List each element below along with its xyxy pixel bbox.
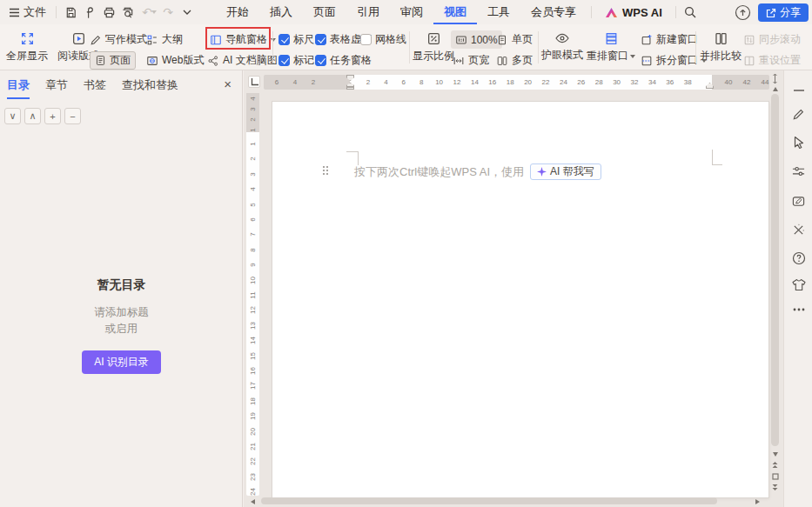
skin-theme-icon[interactable] [791,277,806,292]
properties-sliders-icon[interactable] [791,163,806,178]
checkbox-marks[interactable]: 标记 [278,51,314,70]
collapse-up-button[interactable]: ∧ [24,108,41,124]
titlebar-right: 分享 [735,3,809,22]
single-page-button[interactable]: 单页 [496,30,533,49]
next-page-icon[interactable] [769,481,781,490]
upload-cloud-button[interactable] [735,4,751,21]
undo-caret-icon[interactable] [151,10,157,14]
previous-page-icon[interactable] [769,461,781,470]
redo-button[interactable]: ↷ [158,3,178,22]
share-icon [766,8,776,18]
zoom-value: 100% [471,34,498,46]
split-window-button[interactable]: 拆分窗口 [641,51,707,70]
checkbox-icon [315,55,326,66]
share-button[interactable]: 分享 [758,3,809,22]
print-button[interactable] [99,3,118,22]
search-button[interactable] [681,3,700,22]
print-preview-button[interactable] [118,3,138,22]
multi-page-button[interactable]: 多页 [496,51,533,70]
collapse-handle-icon[interactable] [791,83,806,97]
single-page-label: 单页 [512,32,533,47]
page-mode-button[interactable]: 页面 [90,51,136,70]
tab-home[interactable]: 开始 [216,0,259,24]
h-ruler[interactable]: 6422468101214161820222426283032343638404… [264,75,769,90]
help-icon[interactable] [791,250,806,265]
zoom-ratio-button[interactable]: 显示比例 [411,26,456,69]
scroll-right-icon[interactable] [755,499,760,504]
tab-review[interactable]: 审阅 [390,0,433,24]
tab-view[interactable]: 视图 [433,0,477,24]
sidebar-tab-contents[interactable]: 目录 [7,77,30,99]
rearrange-window-icon [586,31,636,46]
more-options-icon[interactable] [791,302,806,317]
document-page[interactable]: 按下两次Ctrl键唤起WPS AI，使用 AI 帮我写 [272,102,768,497]
side-by-side-button[interactable]: 并排比较 [700,26,742,69]
new-window-button[interactable]: 新建窗口 [641,30,698,49]
checkbox-ruler[interactable]: 标尺 [278,30,314,49]
tab-reference[interactable]: 引用 [346,0,390,24]
writing-mode-button[interactable]: 写作模式 [90,30,147,49]
page-width-button[interactable]: 页宽 [453,51,489,70]
margin-corner-mark-right [712,150,722,165]
web-layout-button[interactable]: Web版式 [146,51,204,70]
empty-hint-line2: 或启用 [0,321,243,337]
tools-wands-icon[interactable] [791,223,806,237]
rearrange-window-button[interactable]: 重排窗口 [586,26,636,69]
export-pdf-button[interactable] [80,3,99,22]
fullscreen-button[interactable]: 全屏显示 [2,26,52,69]
expand-down-button[interactable]: ∨ [4,108,21,124]
v-ruler[interactable]: 4321123456789101112131415161718192021222… [246,93,259,496]
toc-toolbar: ∨ ∧ + − [4,108,81,124]
ruler-number: 20 [249,425,257,438]
scroll-left-icon[interactable] [251,499,255,504]
vertical-scrollbar[interactable] [771,94,779,446]
ruler-toggle-icon[interactable] [769,74,781,83]
tab-tools[interactable]: 工具 [477,0,520,24]
pen-edit-icon[interactable] [791,107,806,122]
ruler-number: 13 [249,319,257,332]
zoom-ratio-label: 显示比例 [411,49,456,63]
divider [409,31,410,63]
nav-pane-icon [210,34,222,46]
zoom-100-button[interactable]: 100% [451,30,502,49]
tab-page[interactable]: 页面 [303,0,346,24]
file-menu-button[interactable]: 文件 [3,2,51,23]
wps-ai-entry[interactable]: WPS AI [596,0,671,24]
nav-pane-button[interactable]: 导航窗格 [210,30,276,49]
sidebar-tab-chapters[interactable]: 章节 [45,77,68,99]
tab-insert[interactable]: 插入 [259,0,303,24]
zoom-in-button[interactable]: + [44,108,61,124]
split-window-label: 拆分窗口 [656,53,698,68]
outline-button[interactable]: 大纲 [146,30,183,49]
sidebar-tab-find-replace[interactable]: 查找和替换 [122,77,178,99]
tab-member[interactable]: 会员专享 [520,0,587,24]
checkbox-task-pane-label: 任务窗格 [330,53,372,68]
divider [538,31,539,63]
ai-help-write-chip[interactable]: AI 帮我写 [530,163,601,180]
close-icon[interactable]: × [224,77,232,90]
zoom-out-button[interactable]: − [64,108,81,124]
ruler-number: 30 [613,78,621,86]
new-window-label: 新建窗口 [656,32,698,47]
select-browse-object-icon[interactable] [769,471,781,481]
horizontal-scrollbar[interactable] [261,497,717,504]
scroll-up-icon[interactable] [769,84,781,94]
save-button[interactable] [61,3,80,22]
left-indent-marker[interactable] [346,87,354,90]
toolbar-more-button[interactable] [178,3,197,22]
multi-page-icon [496,55,508,67]
paragraph-drag-handle-icon[interactable] [323,166,332,178]
checkbox-task-pane[interactable]: 任务窗格 [315,51,372,70]
scroll-down-icon[interactable] [769,450,781,459]
checkbox-grid[interactable]: 网格线 [360,30,406,49]
hamburger-icon [9,8,20,17]
checkbox-icon [278,34,290,45]
tab-stop-selector[interactable] [248,76,260,88]
ai-recognize-toc-button[interactable]: AI 识别目录 [82,350,161,374]
eye-protect-button[interactable]: 护眼模式 [540,26,584,69]
sidebar-tab-bookmarks[interactable]: 书签 [84,77,106,99]
cursor-select-icon[interactable] [791,135,806,150]
ai-doc-map-button[interactable]: AI 文档脑图 [207,51,278,70]
ruler-number: 20 [524,78,532,86]
doc-assistant-icon[interactable] [791,194,806,209]
